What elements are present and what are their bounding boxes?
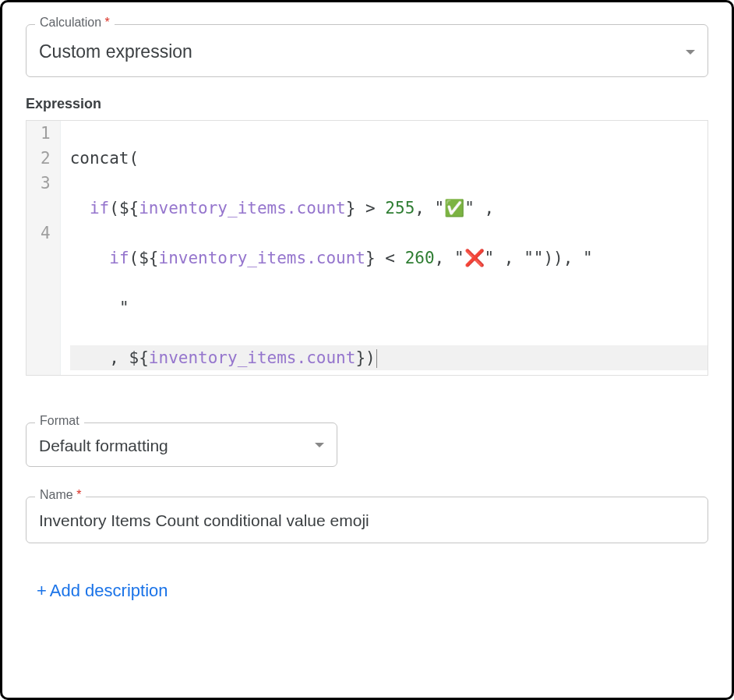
name-label: Name * (35, 488, 86, 502)
plus-icon: + (37, 581, 47, 601)
format-label: Format (35, 414, 84, 428)
add-description-label: Add description (50, 581, 168, 601)
format-field: Format Default formatting (26, 422, 708, 467)
calculation-label-text: Calculation (40, 16, 101, 29)
code-line-3b: " (70, 295, 708, 320)
format-label-text: Format (40, 414, 79, 427)
expression-editor[interactable]: 1 2 3 4 concat( if(${inventory_items.cou… (26, 120, 708, 376)
name-input[interactable] (26, 497, 708, 543)
code-line-3a: if(${inventory_items.count} < 260, "❌" ,… (70, 246, 708, 270)
line-number: 2 (41, 146, 51, 171)
text-cursor (376, 349, 377, 368)
calculation-select[interactable]: Custom expression (26, 24, 708, 77)
name-label-text: Name (40, 488, 73, 501)
format-value: Default formatting (39, 436, 168, 455)
calculation-value: Custom expression (39, 41, 192, 63)
required-indicator: * (76, 488, 81, 501)
code-line-2: if(${inventory_items.count} > 255, "✅" , (70, 196, 708, 221)
add-description-button[interactable]: + Add description (37, 581, 168, 601)
code-line-4: , ${inventory_items.count}) (70, 345, 708, 370)
line-gutter: 1 2 3 4 (26, 121, 61, 375)
code-line-1: concat( (70, 146, 708, 171)
expression-section: Expression 1 2 3 4 concat( if(${inventor… (26, 96, 708, 376)
calculation-label: Calculation * (35, 16, 115, 30)
name-field: Name * (26, 497, 708, 543)
chevron-down-icon (686, 50, 695, 55)
line-number: 1 (41, 121, 51, 146)
expression-label: Expression (26, 96, 708, 112)
calculation-field: Calculation * Custom expression (26, 24, 708, 77)
chevron-down-icon (315, 443, 324, 447)
line-number: 4 (41, 221, 51, 246)
required-indicator: * (105, 16, 110, 29)
format-select[interactable]: Default formatting (26, 422, 337, 467)
line-number: 3 (41, 171, 51, 221)
code-content[interactable]: concat( if(${inventory_items.count} > 25… (61, 121, 708, 375)
form-panel: Calculation * Custom expression Expressi… (0, 0, 734, 700)
